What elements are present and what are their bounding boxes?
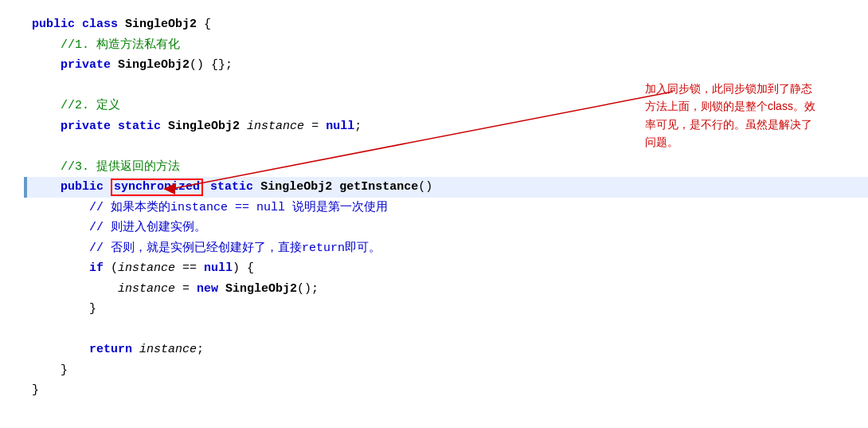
code-line: //3. 提供返回的方法: [24, 157, 868, 178]
code-line: private SingleObj2() {};: [24, 55, 868, 76]
code-line: }: [24, 380, 868, 401]
code-line: instance = new SingleObj2();: [24, 279, 868, 300]
code-line: if (instance == null) {: [24, 258, 868, 279]
code-line: [24, 320, 868, 340]
code-line: }: [24, 360, 868, 381]
code-line: // 否则，就是实例已经创建好了，直接return即可。: [24, 238, 868, 259]
code-line: public class SingleObj2 {: [24, 14, 868, 35]
code-line-highlighted: public synchronized static SingleObj2 ge…: [24, 177, 868, 198]
code-line: // 如果本类的instance == null 说明是第一次使用: [24, 198, 868, 218]
code-container: public class SingleObj2 { //1. 构造方法私有化 p…: [0, 0, 868, 415]
code-line: // 则进入创建实例。: [24, 218, 868, 238]
code-line: }: [24, 299, 868, 320]
annotation-text: 加入同步锁，此同步锁加到了静态 方法上面，则锁的是整个class。效 率可见，是…: [645, 80, 836, 151]
code-line: //1. 构造方法私有化: [24, 35, 868, 56]
code-line: return instance;: [24, 340, 868, 360]
